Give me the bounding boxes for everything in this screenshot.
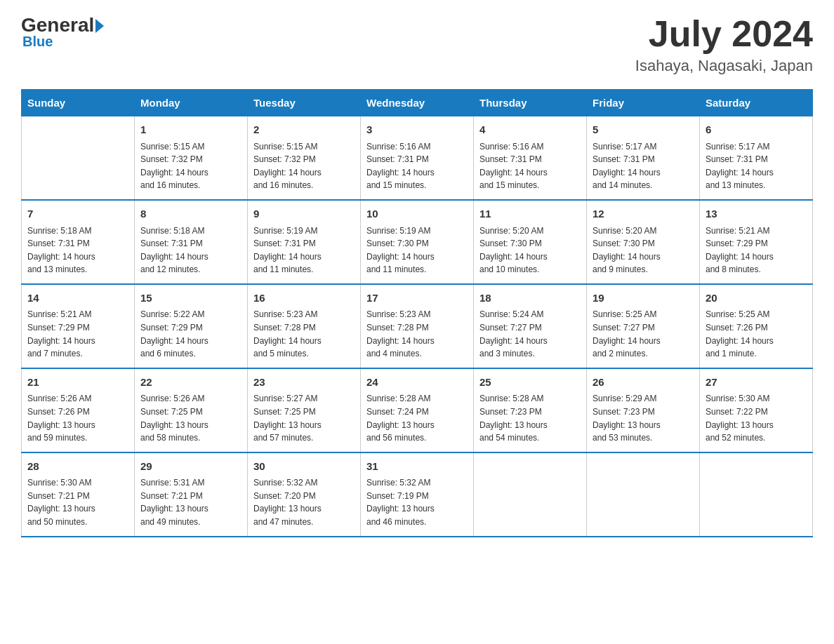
day-info: Sunrise: 5:28 AMSunset: 7:24 PMDaylight:…	[366, 392, 468, 444]
day-info: Sunrise: 5:30 AMSunset: 7:21 PMDaylight:…	[27, 476, 128, 528]
calendar-cell: 18Sunrise: 5:24 AMSunset: 7:27 PMDayligh…	[474, 284, 587, 368]
day-info: Sunrise: 5:26 AMSunset: 7:25 PMDaylight:…	[140, 392, 241, 444]
day-number: 9	[253, 206, 355, 222]
day-number: 21	[27, 375, 128, 391]
day-info: Sunrise: 5:21 AMSunset: 7:29 PMDaylight:…	[27, 308, 128, 360]
day-info: Sunrise: 5:15 AMSunset: 7:32 PMDaylight:…	[253, 140, 355, 192]
day-info: Sunrise: 5:21 AMSunset: 7:29 PMDaylight:…	[706, 224, 807, 276]
day-number: 11	[479, 206, 581, 222]
header-thursday: Thursday	[474, 90, 587, 116]
calendar-week-2: 7Sunrise: 5:18 AMSunset: 7:31 PMDaylight…	[22, 200, 813, 284]
calendar-cell: 23Sunrise: 5:27 AMSunset: 7:25 PMDayligh…	[248, 368, 361, 452]
day-info: Sunrise: 5:20 AMSunset: 7:30 PMDaylight:…	[479, 224, 581, 276]
day-info: Sunrise: 5:32 AMSunset: 7:20 PMDaylight:…	[253, 476, 355, 528]
calendar-header-row: SundayMondayTuesdayWednesdayThursdayFrid…	[22, 90, 813, 116]
day-info: Sunrise: 5:30 AMSunset: 7:22 PMDaylight:…	[706, 392, 807, 444]
header-saturday: Saturday	[700, 90, 813, 116]
header-sunday: Sunday	[22, 90, 135, 116]
day-info: Sunrise: 5:18 AMSunset: 7:31 PMDaylight:…	[27, 224, 128, 276]
calendar-cell: 15Sunrise: 5:22 AMSunset: 7:29 PMDayligh…	[135, 284, 248, 368]
day-info: Sunrise: 5:23 AMSunset: 7:28 PMDaylight:…	[366, 308, 468, 360]
calendar-cell: 30Sunrise: 5:32 AMSunset: 7:20 PMDayligh…	[248, 452, 361, 537]
calendar-cell: 2Sunrise: 5:15 AMSunset: 7:32 PMDaylight…	[248, 116, 361, 200]
day-number: 24	[366, 375, 468, 391]
day-number: 27	[706, 375, 807, 391]
header-monday: Monday	[135, 90, 248, 116]
day-number: 16	[253, 290, 355, 307]
calendar-table: SundayMondayTuesdayWednesdayThursdayFrid…	[21, 89, 813, 537]
calendar-cell: 4Sunrise: 5:16 AMSunset: 7:31 PMDaylight…	[474, 116, 587, 200]
day-info: Sunrise: 5:28 AMSunset: 7:23 PMDaylight:…	[479, 392, 581, 444]
calendar-cell	[700, 452, 813, 537]
day-info: Sunrise: 5:17 AMSunset: 7:31 PMDaylight:…	[706, 140, 807, 192]
calendar-cell: 8Sunrise: 5:18 AMSunset: 7:31 PMDaylight…	[135, 200, 248, 284]
day-info: Sunrise: 5:18 AMSunset: 7:31 PMDaylight:…	[140, 224, 241, 276]
day-info: Sunrise: 5:29 AMSunset: 7:23 PMDaylight:…	[593, 392, 694, 444]
calendar-cell: 7Sunrise: 5:18 AMSunset: 7:31 PMDaylight…	[22, 200, 135, 284]
day-info: Sunrise: 5:26 AMSunset: 7:26 PMDaylight:…	[27, 392, 128, 444]
header-wednesday: Wednesday	[361, 90, 474, 116]
day-info: Sunrise: 5:16 AMSunset: 7:31 PMDaylight:…	[479, 140, 581, 192]
calendar-week-1: 1Sunrise: 5:15 AMSunset: 7:32 PMDaylight…	[22, 116, 813, 200]
day-number: 8	[140, 206, 241, 222]
day-info: Sunrise: 5:22 AMSunset: 7:29 PMDaylight:…	[140, 308, 241, 360]
day-info: Sunrise: 5:19 AMSunset: 7:30 PMDaylight:…	[366, 224, 468, 276]
day-number: 30	[253, 459, 355, 475]
day-number: 12	[593, 206, 694, 222]
calendar-cell: 17Sunrise: 5:23 AMSunset: 7:28 PMDayligh…	[361, 284, 474, 368]
calendar-cell: 29Sunrise: 5:31 AMSunset: 7:21 PMDayligh…	[135, 452, 248, 537]
day-number: 13	[706, 206, 807, 222]
day-number: 18	[479, 290, 581, 307]
calendar-cell: 1Sunrise: 5:15 AMSunset: 7:32 PMDaylight…	[135, 116, 248, 200]
day-number: 14	[27, 290, 128, 307]
calendar-cell: 27Sunrise: 5:30 AMSunset: 7:22 PMDayligh…	[700, 368, 813, 452]
day-info: Sunrise: 5:23 AMSunset: 7:28 PMDaylight:…	[253, 308, 355, 360]
calendar-cell: 21Sunrise: 5:26 AMSunset: 7:26 PMDayligh…	[22, 368, 135, 452]
day-number: 31	[366, 459, 468, 475]
calendar-cell: 9Sunrise: 5:19 AMSunset: 7:31 PMDaylight…	[248, 200, 361, 284]
calendar-cell: 5Sunrise: 5:17 AMSunset: 7:31 PMDaylight…	[587, 116, 700, 200]
calendar-cell: 14Sunrise: 5:21 AMSunset: 7:29 PMDayligh…	[22, 284, 135, 368]
day-info: Sunrise: 5:25 AMSunset: 7:26 PMDaylight:…	[706, 308, 807, 360]
calendar-cell: 25Sunrise: 5:28 AMSunset: 7:23 PMDayligh…	[474, 368, 587, 452]
day-number: 25	[479, 375, 581, 391]
day-number: 7	[27, 206, 128, 222]
calendar-cell: 24Sunrise: 5:28 AMSunset: 7:24 PMDayligh…	[361, 368, 474, 452]
calendar-cell: 6Sunrise: 5:17 AMSunset: 7:31 PMDaylight…	[700, 116, 813, 200]
day-info: Sunrise: 5:31 AMSunset: 7:21 PMDaylight:…	[140, 476, 241, 528]
calendar-cell: 19Sunrise: 5:25 AMSunset: 7:27 PMDayligh…	[587, 284, 700, 368]
day-number: 15	[140, 290, 241, 307]
day-number: 17	[366, 290, 468, 307]
calendar-cell: 22Sunrise: 5:26 AMSunset: 7:25 PMDayligh…	[135, 368, 248, 452]
day-info: Sunrise: 5:15 AMSunset: 7:32 PMDaylight:…	[140, 140, 241, 192]
day-info: Sunrise: 5:24 AMSunset: 7:27 PMDaylight:…	[479, 308, 581, 360]
month-title: July 2024	[635, 14, 813, 54]
logo-arrow-icon	[95, 19, 104, 33]
calendar-cell: 26Sunrise: 5:29 AMSunset: 7:23 PMDayligh…	[587, 368, 700, 452]
calendar-cell: 13Sunrise: 5:21 AMSunset: 7:29 PMDayligh…	[700, 200, 813, 284]
calendar-week-5: 28Sunrise: 5:30 AMSunset: 7:21 PMDayligh…	[22, 452, 813, 537]
day-number: 22	[140, 375, 241, 391]
calendar-cell: 10Sunrise: 5:19 AMSunset: 7:30 PMDayligh…	[361, 200, 474, 284]
day-number: 2	[253, 122, 355, 138]
day-number: 6	[706, 122, 807, 138]
day-info: Sunrise: 5:20 AMSunset: 7:30 PMDaylight:…	[593, 224, 694, 276]
day-number: 19	[593, 290, 694, 307]
day-info: Sunrise: 5:17 AMSunset: 7:31 PMDaylight:…	[593, 140, 694, 192]
day-info: Sunrise: 5:16 AMSunset: 7:31 PMDaylight:…	[366, 140, 468, 192]
day-info: Sunrise: 5:25 AMSunset: 7:27 PMDaylight:…	[593, 308, 694, 360]
day-number: 23	[253, 375, 355, 391]
header-friday: Friday	[587, 90, 700, 116]
calendar-cell: 3Sunrise: 5:16 AMSunset: 7:31 PMDaylight…	[361, 116, 474, 200]
calendar-cell	[474, 452, 587, 537]
day-info: Sunrise: 5:27 AMSunset: 7:25 PMDaylight:…	[253, 392, 355, 444]
calendar-week-4: 21Sunrise: 5:26 AMSunset: 7:26 PMDayligh…	[22, 368, 813, 452]
calendar-cell: 31Sunrise: 5:32 AMSunset: 7:19 PMDayligh…	[361, 452, 474, 537]
day-number: 5	[593, 122, 694, 138]
location-title: Isahaya, Nagasaki, Japan	[635, 57, 813, 75]
logo-blue: Blue	[22, 34, 53, 50]
calendar-cell: 28Sunrise: 5:30 AMSunset: 7:21 PMDayligh…	[22, 452, 135, 537]
page-header: General Blue July 2024 Isahaya, Nagasaki…	[21, 14, 813, 75]
day-info: Sunrise: 5:19 AMSunset: 7:31 PMDaylight:…	[253, 224, 355, 276]
day-number: 10	[366, 206, 468, 222]
